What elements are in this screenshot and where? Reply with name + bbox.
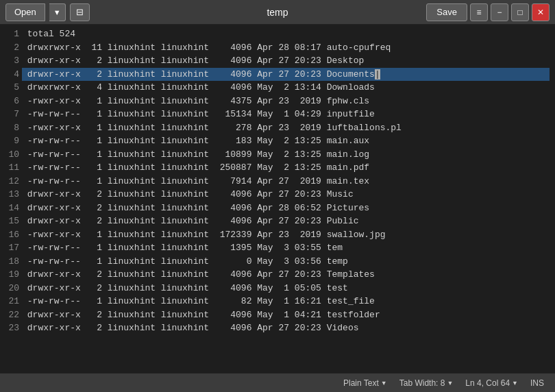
table-row: 10 -rw-rw-r-- 1 linuxhint linuxhint 1089… — [5, 148, 550, 162]
line-content: drwxr-xr-x 2 linuxhint linuxhint 4096 Ap… — [22, 268, 550, 282]
line-content: drwxrwxr-x 11 linuxhint linuxhint 4096 A… — [22, 41, 550, 55]
window-title: temp — [267, 7, 288, 18]
tab-width-selector[interactable]: Tab Width: 8 ▼ — [394, 377, 459, 389]
line-content: -rwxr-xr-x 1 linuxhint linuxhint 278 Apr… — [22, 121, 550, 135]
ins-mode[interactable]: INS — [525, 377, 550, 389]
line-number: 8 — [5, 121, 19, 135]
line-number: 20 — [5, 282, 19, 295]
line-content: drwxrwxr-x 4 linuxhint linuxhint 4096 Ma… — [22, 81, 550, 95]
line-content: drwxr-xr-x 2 linuxhint linuxhint 4096 Ma… — [22, 282, 550, 295]
table-row: 22 drwxr-xr-x 2 linuxhint linuxhint 4096… — [5, 308, 550, 322]
line-content: -rwxr-xr-x 1 linuxhint linuxhint 172339 … — [22, 228, 550, 242]
table-row: 13 drwxr-xr-x 2 linuxhint linuxhint 4096… — [5, 188, 550, 201]
line-content: drwxr-xr-x 2 linuxhint linuxhint 4096 Ap… — [22, 188, 550, 201]
line-number: 13 — [5, 188, 19, 201]
line-number: 12 — [5, 175, 19, 188]
line-number: 4 — [5, 68, 19, 82]
recent-files-icon: ⊟ — [76, 7, 84, 17]
table-row: 1 total 524 — [5, 27, 550, 41]
table-row: 15 drwxr-xr-x 2 linuxhint linuxhint 4096… — [5, 215, 550, 228]
position-arrow-icon: ▼ — [512, 380, 518, 387]
table-row: 5 drwxrwxr-x 4 linuxhint linuxhint 4096 … — [5, 81, 550, 95]
line-content: -rw-rw-r-- 1 linuxhint linuxhint 10899 M… — [22, 148, 550, 162]
plain-text-label: Plain Text — [343, 378, 379, 388]
line-number: 14 — [5, 201, 19, 215]
table-row: 16 -rwxr-xr-x 1 linuxhint linuxhint 1723… — [5, 228, 550, 242]
table-row: 18 -rw-rw-r-- 1 linuxhint linuxhint 0 Ma… — [5, 255, 550, 269]
table-row: 14 drwxr-xr-x 2 linuxhint linuxhint 4096… — [5, 201, 550, 215]
position-label: Ln 4, Col 64 — [465, 378, 510, 388]
table-row: 6 -rwxr-xr-x 1 linuxhint linuxhint 4375 … — [5, 95, 550, 108]
table-row: 9 -rw-rw-r-- 1 linuxhint linuxhint 183 M… — [5, 134, 550, 148]
line-content: -rw-rw-r-- 1 linuxhint linuxhint 82 May … — [22, 295, 550, 308]
line-content: -rw-rw-r-- 1 linuxhint linuxhint 183 May… — [22, 134, 550, 148]
title-bar: Open ▼ ⊟ temp Save ≡ − □ ✕ — [0, 0, 555, 25]
line-number: 11 — [5, 161, 19, 175]
line-content: drwxr-xr-x 2 linuxhint linuxhint 4096 Ap… — [22, 321, 550, 335]
line-number: 16 — [5, 228, 19, 242]
table-row: 4 drwxr-xr-x 2 linuxhint linuxhint 4096 … — [5, 68, 550, 82]
table-row: 12 -rw-rw-r-- 1 linuxhint linuxhint 7914… — [5, 175, 550, 188]
line-content: -rw-rw-r-- 1 linuxhint linuxhint 15134 M… — [22, 108, 550, 121]
table-row: 23 drwxr-xr-x 2 linuxhint linuxhint 4096… — [5, 321, 550, 335]
line-number: 17 — [5, 241, 19, 255]
line-number: 19 — [5, 268, 19, 282]
ins-label: INS — [530, 378, 544, 388]
status-bar: Plain Text ▼ Tab Width: 8 ▼ Ln 4, Col 64… — [0, 373, 555, 392]
title-bar-left: Open ▼ ⊟ — [5, 3, 90, 21]
line-content: -rwxr-xr-x 1 linuxhint linuxhint 4375 Ap… — [22, 95, 550, 108]
line-number: 23 — [5, 321, 19, 335]
line-content: drwxr-xr-x 2 linuxhint linuxhint 4096 Ap… — [22, 201, 550, 215]
editor-content: 1 total 5242 drwxrwxr-x 11 linuxhint lin… — [5, 27, 550, 335]
editor-area[interactable]: 1 total 5242 drwxrwxr-x 11 linuxhint lin… — [0, 25, 555, 373]
recent-files-button[interactable]: ⊟ — [70, 3, 90, 21]
table-row: 8 -rwxr-xr-x 1 linuxhint linuxhint 278 A… — [5, 121, 550, 135]
line-number: 3 — [5, 54, 19, 68]
plain-text-selector[interactable]: Plain Text ▼ — [338, 377, 393, 389]
hamburger-button[interactable]: ≡ — [470, 3, 488, 21]
title-bar-right: Save ≡ − □ ✕ — [426, 3, 550, 21]
table-row: 19 drwxr-xr-x 2 linuxhint linuxhint 4096… — [5, 268, 550, 282]
plain-text-arrow-icon: ▼ — [381, 380, 387, 387]
line-number: 15 — [5, 215, 19, 228]
line-content: -rw-rw-r-- 1 linuxhint linuxhint 1395 Ma… — [22, 241, 550, 255]
line-number: 22 — [5, 308, 19, 322]
minimize-button[interactable]: − — [491, 3, 508, 21]
text-cursor: | — [375, 69, 380, 79]
line-content: -rw-rw-r-- 1 linuxhint linuxhint 7914 Ap… — [22, 175, 550, 188]
line-number: 9 — [5, 134, 19, 148]
line-content: drwxr-xr-x 2 linuxhint linuxhint 4096 Ap… — [22, 54, 550, 68]
line-number: 6 — [5, 95, 19, 108]
line-number: 18 — [5, 255, 19, 269]
close-button[interactable]: ✕ — [532, 3, 550, 21]
line-number: 5 — [5, 81, 19, 95]
line-content: total 524 — [22, 27, 550, 41]
table-row: 17 -rw-rw-r-- 1 linuxhint linuxhint 1395… — [5, 241, 550, 255]
line-content: drwxr-xr-x 2 linuxhint linuxhint 4096 Ap… — [22, 68, 550, 82]
line-number: 7 — [5, 108, 19, 121]
table-row: 11 -rw-rw-r-- 1 linuxhint linuxhint 2508… — [5, 161, 550, 175]
table-row: 20 drwxr-xr-x 2 linuxhint linuxhint 4096… — [5, 282, 550, 295]
save-button[interactable]: Save — [426, 3, 467, 21]
line-content: -rw-rw-r-- 1 linuxhint linuxhint 0 May 3… — [22, 255, 550, 269]
open-button[interactable]: Open — [5, 3, 45, 21]
line-number: 1 — [5, 27, 19, 41]
table-row: 7 -rw-rw-r-- 1 linuxhint linuxhint 15134… — [5, 108, 550, 121]
cursor-position[interactable]: Ln 4, Col 64 ▼ — [460, 377, 523, 389]
tab-width-arrow-icon: ▼ — [447, 380, 453, 387]
line-number: 21 — [5, 295, 19, 308]
table-row: 21 -rw-rw-r-- 1 linuxhint linuxhint 82 M… — [5, 295, 550, 308]
line-content: -rw-rw-r-- 1 linuxhint linuxhint 250887 … — [22, 161, 550, 175]
tab-width-label: Tab Width: 8 — [399, 378, 445, 388]
line-content: drwxr-xr-x 2 linuxhint linuxhint 4096 Ap… — [22, 215, 550, 228]
table-row: 2 drwxrwxr-x 11 linuxhint linuxhint 4096… — [5, 41, 550, 55]
table-row: 3 drwxr-xr-x 2 linuxhint linuxhint 4096 … — [5, 54, 550, 68]
line-number: 10 — [5, 148, 19, 162]
maximize-button[interactable]: □ — [511, 3, 529, 21]
open-dropdown-arrow[interactable]: ▼ — [49, 3, 66, 21]
line-number: 2 — [5, 41, 19, 55]
line-content: drwxr-xr-x 2 linuxhint linuxhint 4096 Ma… — [22, 308, 550, 322]
